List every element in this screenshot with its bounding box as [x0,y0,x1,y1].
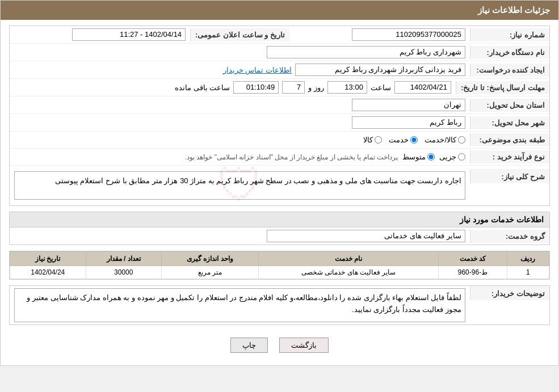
ijad-input: فرید یزدانی کاربرداز شهرداری رباط کریم [295,64,465,76]
khadamat-section-title: اطلاعات خدمات مورد نیاز [9,212,550,227]
mohlat-saat-input: 13:00 [327,81,367,94]
radio-khadamat-input[interactable] [410,136,418,144]
tabaqe-value: کالا/خدمت خدمت کالا [10,133,470,146]
shomara-input: 1102095377000025 [352,28,465,41]
row-noe-farayand: نوع فرآیند خرید : جزیی متوسط پرداخت تمام… [10,149,549,166]
radio-khadamat: خدمت [389,136,418,144]
tavzihat-box: لطفاً فایل استعلام بهاء بارگزاری شده را … [14,288,465,322]
mohlat-rooz-input: 7 [282,81,305,94]
cell-name: سایر فعالیت های خدماتی شخصی [258,266,439,279]
row-tabaqe: طبقه بندی موضوعی: کالا/خدمت خدمت [10,132,549,149]
footer-buttons: بازگشت چاپ [9,331,550,360]
cell-unit: متر مربع [161,266,258,279]
row-sharh: شرح کلی نیاز: 🛡 اجاره داربست جهت مناسبت … [10,166,549,205]
col-code: کد خدمت [439,252,507,266]
shomara-value: 1102095377000025 [289,26,470,43]
mohlat-saat-label: ساعت [371,83,391,92]
tavzihat-section: توضیحات خریدار: لطفاً فایل استعلام بهاء … [9,285,550,325]
cell-count: 30000 [86,266,161,279]
mottavaset-label: متوسط [402,153,426,161]
row-shomara: شماره نیاز: 1102095377000025 تاریخ و ساع… [10,26,549,44]
page-wrapper: جزئیات اطلاعات نیاز شماره نیاز: 11020953… [0,0,559,366]
radio-kala: کالا [363,136,382,144]
radio-kala-khadamat: کالا/خدمت [424,136,465,144]
table-header-row: ردیف کد خدمت نام خدمت واحد اندازه گیری ت… [10,252,549,266]
noe-farayand-inline: جزیی متوسط پرداخت تمام یا بخشی از مبلغ خ… [14,153,465,161]
services-table: ردیف کد خدمت نام خدمت واحد اندازه گیری ت… [10,251,549,279]
content-area: شماره نیاز: 1102095377000025 تاریخ و ساع… [1,20,558,365]
radio-kala-khadamat-input[interactable] [458,136,465,144]
services-table-section: ردیف کد خدمت نام خدمت واحد اندازه گیری ت… [9,251,550,280]
tabaqe-label: طبقه بندی موضوعی: [470,133,549,146]
mohlat-label: مهلت ارسال پاسخ: تا تاریخ: [456,81,549,94]
col-count: تعداد / مقدار [86,252,161,266]
ijad-value: فرید یزدانی کاربرداز شهرداری رباط کریم ا… [10,61,470,78]
cell-date: 1402/04/24 [10,266,86,279]
ijad-inline: فرید یزدانی کاربرداز شهرداری رباط کریم ا… [14,64,465,76]
row-ostan: استان محل تحویل: تهران [10,96,549,114]
mohlat-inline: 1402/04/21 ساعت 13:00 روز و 7 01:10:49 س… [14,81,451,94]
mohlat-baghi-label: ساعت باقی مانده [175,83,230,92]
tarikh-elan-label: تاریخ و ساعت اعلان عمومی: [190,28,289,41]
mohlat-rooz-label: روز و [308,83,324,92]
noe-farayand-label: نوع فرآیند خرید : [470,150,549,163]
nam-dastgah-input: شهرداری رباط کریم [267,46,465,58]
ijad-label: ایجاد کننده درخواست: [470,64,549,77]
row-nam-dastgah: نام دستگاه خریدار: شهرداری رباط کریم [10,44,549,61]
row-mohlat: مهلت ارسال پاسخ: تا تاریخ: 1402/04/21 سا… [10,79,549,96]
shahr-value: رباط کریم [10,114,470,131]
nam-dastgah-label: نام دستگاه خریدار: [470,46,549,59]
sharh-label: شرح کلی نیاز: [470,169,549,183]
shahr-input: رباط کریم [352,116,465,129]
mohlat-value: 1402/04/21 ساعت 13:00 روز و 7 01:10:49 س… [10,79,456,96]
radio-jozii-input[interactable] [458,153,465,161]
mohlat-date-input: 1402/04/21 [394,81,451,94]
tabaqe-radio-group: کالا/خدمت خدمت کالا [14,136,465,144]
row-ijad: ایجاد کننده درخواست: فرید یزدانی کاربردا… [10,61,549,79]
mohlat-baghi-input: 01:10:49 [233,81,279,94]
page-header: جزئیات اطلاعات نیاز [1,1,558,20]
ostan-input: تهران [352,99,465,111]
ostan-value: تهران [10,96,470,113]
cell-code: ط-96-960 [439,266,507,279]
radio-mottavaset: متوسط [402,153,435,161]
col-unit: واحد اندازه گیری [161,252,258,266]
table-row: 1 ط-96-960 سایر فعالیت های خدماتی شخصی م… [10,266,549,279]
main-info-section: شماره نیاز: 1102095377000025 تاریخ و ساع… [9,26,550,206]
shahr-label: شهر محل تحویل: [470,116,549,129]
noe-farayand-value: جزیی متوسط پرداخت تمام یا بخشی از مبلغ خ… [10,150,470,163]
row-gorohe-khadamat: گروه خدمت: سایر فعالیت های خدماتی [10,227,549,245]
khadamat-label: خدمت [389,136,409,144]
etelasat-tamas-link[interactable]: اطلاعات تماس خریدار [223,66,292,74]
row-tavzihat: توضیحات خریدار: لطفاً فایل استعلام بهاء … [10,286,549,324]
radio-kala-input[interactable] [375,136,382,144]
page-title: جزئیات اطلاعات نیاز [478,5,550,15]
col-name: نام خدمت [258,252,439,266]
jozii-label: جزیی [439,153,456,161]
print-button[interactable]: چاپ [230,338,268,353]
tavzihat-value: لطفاً فایل استعلام بهاء بارگزاری شده را … [10,286,470,324]
cell-radif: 1 [507,266,549,279]
tarikh-elan-value: 1402/04/14 - 11:27 [10,26,190,43]
back-button[interactable]: بازگشت [279,338,329,353]
gorohe-input: سایر فعالیت های خدماتی [267,230,465,242]
shomara-label: شماره نیاز: [470,28,549,41]
khadamat-section: گروه خدمت: سایر فعالیت های خدماتی [9,227,550,245]
col-date: تاریخ نیاز [10,252,86,266]
nam-dastgah-value: شهرداری رباط کریم [10,44,470,61]
kala-khadamat-label: کالا/خدمت [424,136,456,144]
gorohe-value: سایر فعالیت های خدماتی [10,227,470,245]
col-radif: ردیف [507,252,549,266]
radio-jozii: جزیی [439,153,465,161]
sharh-box: اجاره داربست جهت مناسبت های ملی و مذهبی … [14,171,465,200]
kala-label: کالا [363,136,373,144]
ostan-label: استان محل تحویل: [470,99,549,112]
gorohe-label: گروه خدمت: [470,230,549,243]
tavzihat-label: توضیحات خریدار: [470,286,549,300]
row-shahr: شهر محل تحویل: رباط کریم [10,114,549,132]
radio-mottavaset-input[interactable] [427,153,435,161]
tarikh-elan-input: 1402/04/14 - 11:27 [72,28,186,41]
sharh-value: 🛡 اجاره داربست جهت مناسبت های ملی و مذهب… [10,169,470,202]
payment-note: پرداخت تمام یا بخشی از مبلغ خریدار از مح… [185,153,398,161]
